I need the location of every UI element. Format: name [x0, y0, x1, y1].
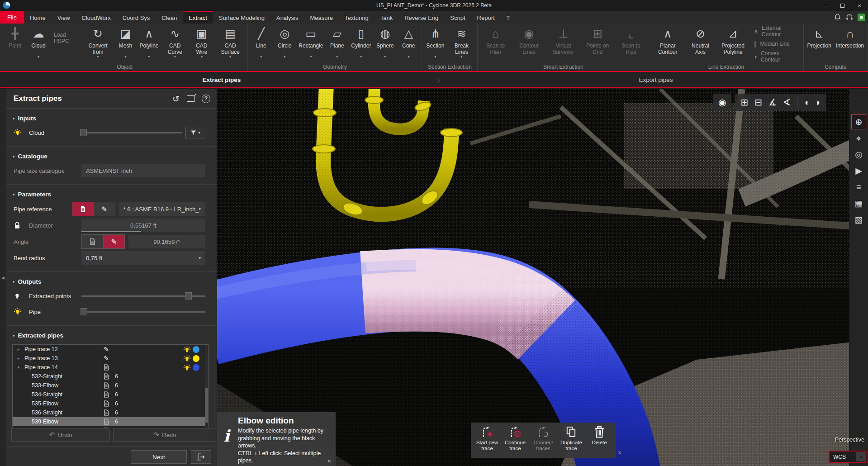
ribbon-button-rectangle[interactable]: ▭Rectangle▾: [296, 24, 325, 64]
chevron-right-icon[interactable]: ▸: [13, 347, 24, 352]
menu-item-cloudworx[interactable]: CloudWorx: [76, 11, 117, 24]
orbit-icon[interactable]: ⊕: [851, 114, 866, 129]
trace-tool-continue-trace[interactable]: Continue trace: [501, 425, 529, 452]
catalogue-section-header[interactable]: ▾ Catalogue: [6, 150, 217, 162]
undo-button[interactable]: ↶ Undo: [11, 428, 110, 442]
ribbon-button-sphere[interactable]: ◍Sphere▾: [373, 24, 397, 64]
extracted-pipes-section-header[interactable]: ▾ Extracted pipes: [6, 329, 217, 341]
level-icon[interactable]: ≡: [851, 180, 866, 195]
visibility-bulb-icon[interactable]: [181, 355, 193, 362]
outputs-section-header[interactable]: ▾ Outputs: [6, 276, 217, 287]
chevron-right-icon[interactable]: ▸: [13, 356, 24, 361]
trace-tool-start-new-trace[interactable]: Start new trace: [473, 425, 501, 452]
menu-item-item[interactable]: ?: [501, 11, 516, 24]
fly-mode-icon[interactable]: ▶: [851, 163, 866, 178]
coordinate-system-box[interactable]: WCS ▲: [829, 451, 868, 463]
ribbon-button-scan-to-plan[interactable]: ⌂Scan to Plan: [479, 24, 512, 64]
menu-item-measure[interactable]: Measure: [304, 11, 339, 24]
bend-radius-dropdown[interactable]: 0,75 ft ▾: [81, 251, 205, 265]
menu-item-texturing[interactable]: Texturing: [339, 11, 375, 24]
ribbon-button-cone[interactable]: △Cone▾: [397, 24, 420, 64]
dropdown-caret-icon[interactable]: ▾: [201, 55, 203, 60]
trace-tool-connect-traces[interactable]: Connect traces: [529, 425, 557, 452]
ribbon-button-neutral-axis[interactable]: ⊘Neutral Axis: [685, 24, 716, 64]
pencil-icon[interactable]: ✎: [98, 355, 115, 362]
select-visible-icon[interactable]: ◖: [804, 97, 809, 108]
ribbon-button-mesh[interactable]: ◪Mesh▾: [114, 24, 138, 64]
parameters-section-header[interactable]: ▾ Parameters: [6, 188, 217, 200]
extracted-points-bulb-icon[interactable]: [14, 292, 29, 300]
ribbon-button-scan-to-pipe[interactable]: ⌞Scan to Pipe: [615, 24, 647, 64]
slider-thumb[interactable]: [81, 308, 87, 315]
menu-item-coord-sys[interactable]: Coord Sys: [117, 11, 156, 24]
workflow-tab-extract-pipes[interactable]: Extract pipes: [140, 72, 303, 87]
cloud-visibility-bulb-icon[interactable]: [14, 128, 29, 137]
dropdown-caret-icon[interactable]: ▾: [284, 55, 285, 60]
workflow-tab-export-pipes[interactable]: Export pipes: [602, 72, 710, 87]
viewport-3d[interactable]: ◉⊞⊟∡∢◖◗ ⊕⌖◎▶≡▦▧ i Elbow edition Modify t…: [217, 89, 868, 466]
ribbon-button-projected-polyline[interactable]: ⊿Projected Polyline: [716, 24, 750, 64]
dropdown-caret-icon[interactable]: ▾: [434, 55, 436, 60]
ribbon-button-intersection[interactable]: ∩Intersection: [834, 24, 866, 64]
next-button[interactable]: Next: [131, 450, 187, 464]
dropdown-caret-icon[interactable]: ▾: [229, 55, 231, 60]
measure-angle-icon[interactable]: ∡: [768, 97, 777, 108]
ribbon-button-contour-lines[interactable]: ◉Contour Lines: [512, 24, 546, 64]
restore-button[interactable]: [834, 0, 851, 11]
ribbon-button-cad-wire[interactable]: ▣CAD Wire▾: [189, 24, 214, 64]
toolbar-more-icon[interactable]: «: [615, 451, 623, 454]
pipe-reference-catalogue-button[interactable]: [72, 202, 94, 216]
ribbon-button-planar-contour[interactable]: ∧Planar Contour: [650, 24, 685, 64]
exit-command-button[interactable]: [191, 450, 211, 464]
pipe-size-catalogue-field[interactable]: ASME/ANSI_inch: [81, 164, 205, 177]
tree-row-pipe-trace-12[interactable]: ▸Pipe trace 12✎: [13, 345, 205, 354]
pipe-reference-dropdown[interactable]: * 6 ; ASME B16.9 - LR_inch_ ▾: [119, 202, 205, 216]
dropdown-caret-icon[interactable]: ▾: [260, 55, 262, 60]
ribbon-button-external-contour[interactable]: ∧External Contour: [754, 25, 798, 38]
measure-distance-icon[interactable]: ⊟: [754, 97, 762, 108]
help-icon[interactable]: ?: [202, 95, 210, 103]
menu-item-clean[interactable]: Clean: [156, 11, 183, 24]
dropdown-caret-icon[interactable]: ▾: [125, 55, 127, 60]
ribbon-button-load-hspc[interactable]: Load HSPC: [50, 32, 82, 44]
tree-row-532-straight[interactable]: 532-Straight6: [13, 372, 205, 381]
tree-scrollbar[interactable]: [205, 345, 208, 432]
menu-item-reverse-eng[interactable]: Reverse Eng: [398, 11, 444, 24]
dropdown-caret-icon[interactable]: ▾: [460, 55, 462, 60]
ribbon-button-plane[interactable]: ▱Plane▾: [325, 24, 349, 64]
inputs-section-header[interactable]: ▾ Inputs: [6, 112, 217, 124]
measure-distance-add-icon[interactable]: ⊞: [740, 97, 748, 108]
cloud-filter-button[interactable]: ▾: [185, 127, 205, 138]
clipping-box-icon[interactable]: ▧: [851, 212, 866, 227]
dropdown-caret-icon[interactable]: ▾: [148, 55, 150, 60]
trace-tool-duplicate-trace[interactable]: Duplicate trace: [557, 425, 585, 452]
notifications-bell-icon[interactable]: [833, 13, 841, 21]
menu-item-tank[interactable]: Tank: [375, 11, 398, 24]
pipe-opacity-slider[interactable]: [81, 306, 205, 318]
dropdown-caret-icon[interactable]: ▾: [336, 55, 338, 60]
angle-catalogue-button[interactable]: [82, 235, 103, 248]
ribbon-button-points-on-grid[interactable]: ⊞Points on Grid: [580, 24, 615, 64]
menu-item-file[interactable]: File: [0, 11, 24, 24]
tree-row-536-straight[interactable]: 536-Straight6: [13, 408, 205, 417]
wcs-gizmo-icon[interactable]: ▲: [856, 452, 866, 461]
ribbon-button-cloud[interactable]: ☁Cloud▾: [27, 24, 50, 64]
trace-color-swatch[interactable]: [193, 355, 199, 362]
ribbon-button-break-lines[interactable]: ≋Break Lines▾: [447, 24, 476, 64]
cloud-opacity-slider[interactable]: [81, 127, 182, 138]
popout-panel-icon[interactable]: ↗: [187, 95, 194, 102]
ribbon-button-median-line[interactable]: ∥Median Line: [754, 40, 798, 48]
ribbon-button-circle[interactable]: ◎Circle▾: [273, 24, 296, 64]
dropdown-caret-icon[interactable]: ▾: [174, 55, 176, 60]
slider-thumb[interactable]: [185, 292, 192, 300]
menu-item-view[interactable]: View: [52, 11, 76, 24]
tree-row-534-straight[interactable]: 534-Straight6: [13, 390, 205, 399]
visibility-bulb-icon[interactable]: [181, 346, 193, 353]
trace-tool-delete[interactable]: Delete: [585, 425, 613, 446]
tree-scrollbar-thumb[interactable]: [205, 388, 208, 423]
ribbon-button-point[interactable]: ╋Point: [3, 24, 27, 64]
close-button[interactable]: ×: [851, 0, 868, 11]
dropdown-caret-icon[interactable]: ▾: [360, 55, 362, 60]
menu-item-extract[interactable]: Extract: [183, 11, 213, 24]
angle-field[interactable]: 90,16597°: [128, 235, 205, 248]
